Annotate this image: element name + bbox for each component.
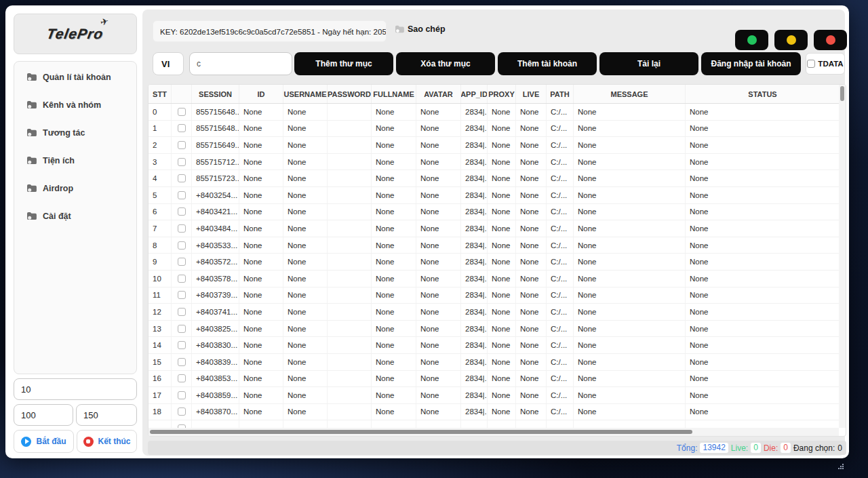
table-row[interactable]: 6+8403421...NoneNoneNoneNone2834|...None… <box>149 204 839 221</box>
column-header-status[interactable]: STATUS <box>686 85 840 103</box>
column-header-_cb[interactable] <box>172 85 192 103</box>
row-checkbox[interactable] <box>178 308 186 316</box>
row-checkbox[interactable] <box>178 174 186 182</box>
copy-key-control[interactable]: Sao chép <box>395 24 446 34</box>
column-header-id[interactable]: ID <box>239 85 283 103</box>
add-folder-button[interactable]: Thêm thư mục <box>294 52 393 75</box>
row-checkbox[interactable] <box>178 108 186 116</box>
cell-app_id: 2834|... <box>461 337 488 353</box>
table-row[interactable]: 5+8403254...NoneNoneNoneNone2834|...None… <box>149 187 839 204</box>
column-header-message[interactable]: MESSAGE <box>574 85 686 103</box>
row-checkbox[interactable] <box>178 141 186 149</box>
sidebar-item-cai-dat[interactable]: Cài đặt <box>14 202 136 230</box>
cell-username: None <box>283 254 328 270</box>
sidebar-item-tuong-tac[interactable]: Tương tác <box>14 119 136 146</box>
table-row[interactable]: 0855715648...NoneNoneNoneNone2834|...Non… <box>149 104 839 121</box>
row-checkbox[interactable] <box>178 275 186 283</box>
table-row[interactable]: 8+8403533...NoneNoneNoneNone2834|...None… <box>149 237 839 254</box>
sidebar-item-tien-ich[interactable]: Tiện ích <box>14 146 136 174</box>
traffic-button-green[interactable] <box>735 30 768 50</box>
column-header-proxy[interactable]: PROXY <box>488 85 516 103</box>
start-button[interactable]: Bắt đầu <box>14 430 74 453</box>
column-header-session[interactable]: SESSION <box>192 85 239 103</box>
table-row[interactable]: 16+8403853...NoneNoneNoneNone2834|...Non… <box>149 371 839 388</box>
table-row[interactable]: 4855715723...NoneNoneNoneNone2834|...Non… <box>149 170 839 187</box>
table-row[interactable]: 7+8403484...NoneNoneNoneNone2834|...None… <box>149 220 839 237</box>
cell-message: None <box>574 104 686 120</box>
tdata-checkbox[interactable] <box>807 60 815 68</box>
row-checkbox[interactable] <box>178 258 186 266</box>
cell-live: None <box>516 387 547 403</box>
column-header-password[interactable]: PASSWORD <box>328 85 372 103</box>
main-panel: KEY: 6202de13ef519c6c9c0a5cd7c72e5851 - … <box>142 9 845 456</box>
range-to-input[interactable] <box>76 404 137 426</box>
table-row[interactable]: 13+8403825...NoneNoneNoneNone2834|...Non… <box>149 321 839 338</box>
tdata-toggle[interactable]: TDATA <box>806 53 845 75</box>
column-header-stt[interactable]: STT <box>149 85 172 103</box>
login-account-button[interactable]: Đăng nhập tài khoản <box>701 52 801 75</box>
horizontal-scrollbar[interactable] <box>149 428 839 436</box>
table-row[interactable]: 17+8403859...NoneNoneNoneNone2834|...Non… <box>149 387 839 404</box>
row-checkbox[interactable] <box>178 407 186 416</box>
row-checkbox[interactable] <box>178 158 186 166</box>
row-checkbox[interactable] <box>178 224 186 233</box>
vertical-scrollbar-thumb[interactable] <box>840 86 844 101</box>
add-account-button[interactable]: Thêm tài khoản <box>498 52 597 75</box>
cell-proxy: None <box>488 371 516 387</box>
table-row[interactable]: 14+8403830...NoneNoneNoneNone2834|...Non… <box>149 337 839 354</box>
column-header-path[interactable]: PATH <box>547 85 574 103</box>
vertical-scrollbar[interactable] <box>839 85 846 428</box>
paper-plane-icon: ✈ <box>100 16 109 28</box>
table-row[interactable]: 12+8403741...NoneNoneNoneNone2834|...Non… <box>149 304 839 321</box>
sidebar-item-kenh-va-nhom[interactable]: Kênh và nhóm <box>14 91 136 119</box>
row-checkbox[interactable] <box>178 374 186 382</box>
stop-button[interactable]: Kết thúc <box>77 430 137 453</box>
table-row[interactable]: 1855715648...NoneNoneNoneNone2834|...Non… <box>149 121 839 138</box>
cell-path: C:/... <box>547 220 574 237</box>
row-checkbox[interactable] <box>178 191 186 199</box>
row-checkbox[interactable] <box>178 207 186 216</box>
language-select[interactable]: VI <box>153 52 184 75</box>
cell-live: None <box>516 287 547 304</box>
cell-session: +8403825... <box>192 321 239 337</box>
column-header-username[interactable]: USERNAME <box>283 85 328 103</box>
table-row[interactable]: 10+8403578...NoneNoneNoneNone2834|...Non… <box>149 271 839 287</box>
table-row[interactable]: 9+8403572...NoneNoneNoneNone2834|...None… <box>149 254 839 271</box>
cell-message: None <box>574 154 686 170</box>
sidebar-item-airdrop[interactable]: Airdrop <box>14 174 136 202</box>
cell-username: None <box>283 271 328 287</box>
row-checkbox[interactable] <box>178 325 186 333</box>
sidebar-item-quan-li-tai-khoan[interactable]: Quản lí tài khoản <box>14 63 136 91</box>
cell-proxy: None <box>488 187 516 203</box>
table-row[interactable]: 2855715649...NoneNoneNoneNone2834|...Non… <box>149 137 839 154</box>
cell-status: None <box>686 254 839 270</box>
table-row[interactable]: 18+8403870...NoneNoneNoneNone2834|...Non… <box>149 404 839 421</box>
row-checkbox[interactable] <box>178 391 186 399</box>
cell-app_id: 2834|... <box>461 204 488 220</box>
column-header-fullname[interactable]: FULLNAME <box>372 85 416 103</box>
row-checkbox[interactable] <box>178 291 186 299</box>
app-logo: ✈ TelePro <box>45 26 104 42</box>
table-row[interactable]: 15+8403839...NoneNoneNoneNone2834|...Non… <box>149 354 839 371</box>
table-row[interactable]: 3855715712...NoneNoneNoneNone2834|...Non… <box>149 154 839 171</box>
column-header-avatar[interactable]: AVATAR <box>416 85 461 103</box>
range-from-input[interactable] <box>14 404 73 426</box>
row-checkbox[interactable] <box>178 358 186 366</box>
cell-live: None <box>516 354 547 370</box>
row-checkbox[interactable] <box>178 341 186 349</box>
threads-input[interactable] <box>14 378 137 400</box>
column-header-live[interactable]: LIVE <box>516 85 547 103</box>
column-header-app_id[interactable]: APP_ID <box>461 85 488 103</box>
traffic-button-red[interactable] <box>814 30 847 50</box>
table-body: 0855715648...NoneNoneNoneNone2834|...Non… <box>149 104 839 428</box>
traffic-button-yellow[interactable] <box>774 30 808 50</box>
table-row[interactable]: 11+8403739...NoneNoneNoneNone2834|...Non… <box>149 287 839 304</box>
delete-folder-button[interactable]: Xóa thư mục <box>396 52 495 75</box>
horizontal-scrollbar-thumb[interactable] <box>150 430 692 434</box>
row-checkbox[interactable] <box>178 241 186 250</box>
search-input[interactable] <box>189 52 292 75</box>
table-row[interactable] <box>149 420 839 428</box>
row-checkbox-cell <box>172 321 192 337</box>
row-checkbox[interactable] <box>178 124 186 132</box>
reload-button[interactable]: Tải lại <box>599 52 698 75</box>
